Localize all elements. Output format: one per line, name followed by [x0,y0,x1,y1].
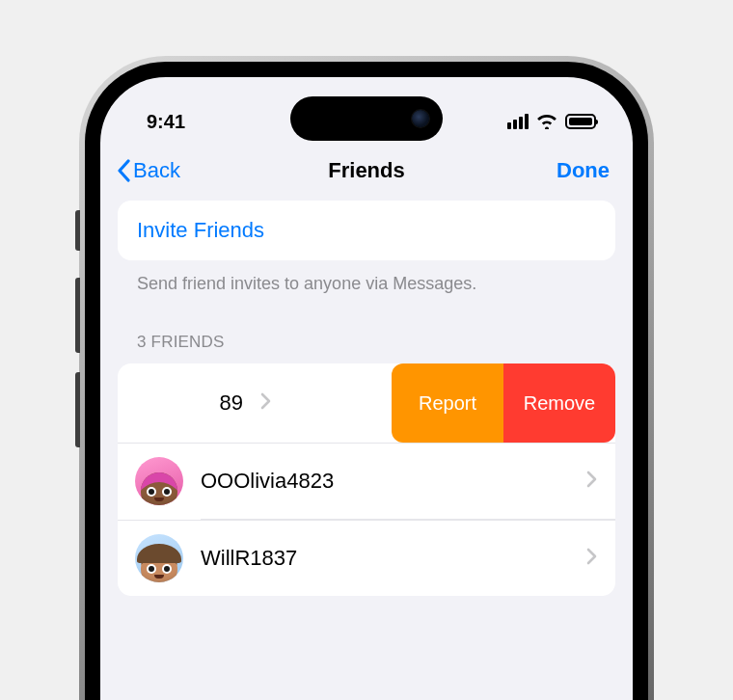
screen: 9:41 Back Friends Done [100,77,633,700]
status-time: 9:41 [147,111,185,133]
chevron-left-icon [116,159,131,182]
page-title: Friends [328,158,404,183]
phone-frame: 9:41 Back Friends Done [79,56,654,700]
cellular-signal-icon [507,114,529,129]
friend-row[interactable]: OOOlivia4823 [118,443,615,519]
invite-card: Invite Friends [118,201,615,260]
side-button-volume-up [75,278,80,353]
back-button[interactable]: Back [116,158,180,183]
chevron-right-icon [586,471,598,492]
friend-name: OOOlivia4823 [201,469,569,494]
invite-helper-text: Send friend invites to anyone via Messag… [118,260,615,294]
battery-icon [565,114,596,129]
chevron-right-icon [586,548,598,569]
nav-bar: Back Friends Done [100,143,633,201]
friends-section-header: 3 FRIENDS [118,294,615,363]
invite-friends-button[interactable]: Invite Friends [118,201,615,260]
friends-list: 89 Report Remove [118,363,615,596]
friend-name-fragment: 89 [220,390,243,416]
avatar [135,534,183,582]
avatar [135,457,183,505]
side-button-volume-down [75,372,80,447]
side-button-silent [75,210,80,251]
friend-row[interactable]: WillR1837 [118,520,615,596]
friend-name: WillR1837 [201,546,569,571]
wifi-icon [536,114,557,129]
remove-button[interactable]: Remove [503,363,615,443]
back-label: Back [133,158,180,183]
front-camera [412,110,429,127]
done-button[interactable]: Done [557,158,610,183]
report-button[interactable]: Report [392,363,503,443]
chevron-right-icon [260,392,272,414]
friend-row-swiped[interactable]: 89 Report Remove [118,363,615,443]
dynamic-island [290,96,443,141]
